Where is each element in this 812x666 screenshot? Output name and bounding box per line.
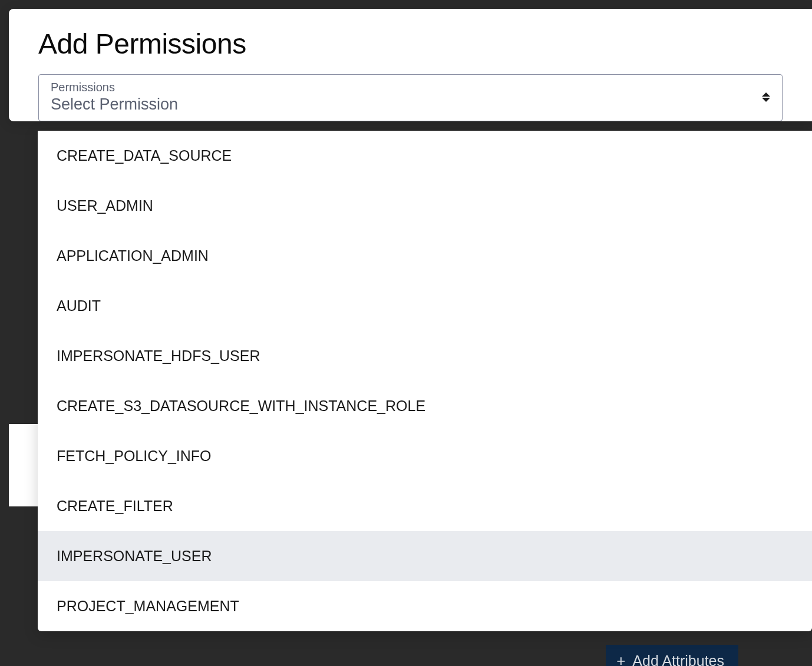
dropdown-option[interactable]: IMPERSONATE_USER xyxy=(38,531,812,581)
plus-icon: + xyxy=(616,652,625,666)
permissions-select[interactable]: Permissions Select Permission xyxy=(38,74,783,121)
select-label-group: Permissions Select Permission xyxy=(51,81,178,114)
unfold-icon xyxy=(762,92,770,102)
dropdown-option[interactable]: IMPERSONATE_HDFS_USER xyxy=(38,331,812,381)
chevron-down-icon xyxy=(762,98,770,102)
chevron-up-icon xyxy=(762,92,770,97)
dropdown-option[interactable]: AUDIT xyxy=(38,281,812,331)
permissions-dropdown: CREATE_DATA_SOURCEUSER_ADMINAPPLICATION_… xyxy=(38,131,812,631)
modal-title: Add Permissions xyxy=(38,28,783,60)
select-field-label: Permissions xyxy=(51,81,178,94)
add-attributes-label: Add Attributes xyxy=(632,652,724,666)
add-attributes-button[interactable]: + Add Attributes xyxy=(606,645,738,666)
select-placeholder: Select Permission xyxy=(51,95,178,114)
dropdown-option[interactable]: CREATE_S3_DATASOURCE_WITH_INSTANCE_ROLE xyxy=(38,381,812,431)
dropdown-option[interactable]: CREATE_DATA_SOURCE xyxy=(38,131,812,181)
dropdown-option[interactable]: CREATE_FILTER xyxy=(38,481,812,531)
add-permissions-modal: Add Permissions Permissions Select Permi… xyxy=(9,9,812,121)
dropdown-option[interactable]: USER_ADMIN xyxy=(38,181,812,231)
dropdown-option[interactable]: FETCH_POLICY_INFO xyxy=(38,431,812,481)
dropdown-option[interactable]: APPLICATION_ADMIN xyxy=(38,231,812,281)
dropdown-option[interactable]: PROJECT_MANAGEMENT xyxy=(38,581,812,631)
